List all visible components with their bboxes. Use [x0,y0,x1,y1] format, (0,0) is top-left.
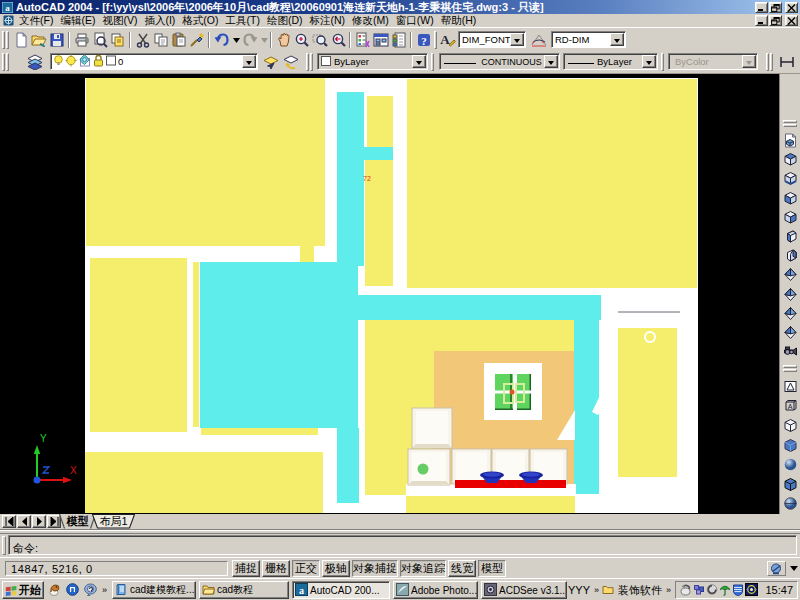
pan-button[interactable] [275,30,293,50]
status-线宽-toggle[interactable]: 线宽 [448,560,476,577]
tray-shield-icon[interactable] [732,583,744,598]
menu-9[interactable]: 修改(M) [350,14,391,27]
named-views-button[interactable] [781,131,800,150]
desk-toolbar-chevron[interactable]: » [594,585,598,595]
close-button[interactable] [785,2,798,13]
desk-toolbar-label[interactable]: YYY [568,584,590,596]
zoom-realtime-button[interactable] [293,30,311,50]
desk-toolbar-chevron[interactable]: » [666,585,670,595]
make-object-layer-current-button[interactable] [262,52,280,72]
top-view-button[interactable] [781,150,800,169]
undo-button[interactable] [213,30,231,50]
mdi-close-button[interactable] [785,15,798,26]
color-swatch[interactable] [106,54,116,69]
dropdown-arrow-icon[interactable] [610,33,624,46]
menu-2[interactable]: 编辑(E) [58,14,97,27]
dropdown-arrow-icon[interactable] [510,33,524,46]
dropdown-arrow-icon[interactable] [642,55,656,68]
tray-radar-icon[interactable] [745,583,758,598]
status-捕捉-toggle[interactable]: 捕捉 [232,560,260,577]
sun-icon[interactable] [65,54,77,69]
tray-kettle-icon[interactable] [680,583,692,598]
tab-layout1[interactable]: 布局1 [92,514,135,529]
taskbar-button-5[interactable]: ACDSee v3.1... [481,581,567,599]
taskbar-button-1[interactable]: cad建模教程... [112,581,196,599]
ne-iso-button[interactable] [781,304,800,323]
lock-icon[interactable] [92,54,105,69]
right-view-button[interactable] [781,208,800,227]
menu-7[interactable]: 绘图(D) [265,14,305,27]
start-button[interactable]: 开始 [2,581,44,599]
sw-iso-button[interactable] [781,265,800,284]
status-menu-arrow[interactable] [790,566,798,575]
left-view-button[interactable] [781,189,800,208]
camera-button[interactable] [781,342,800,361]
cut-button[interactable] [134,30,152,50]
partial-toolbar-icon[interactable] [778,52,796,72]
status-正交-toggle[interactable]: 正交 [292,560,320,577]
vp-sun-icon[interactable] [78,54,91,69]
mdi-minimize-button[interactable] [755,15,768,26]
hidden-button[interactable] [781,416,800,435]
front-view-button[interactable] [781,227,800,246]
properties-button[interactable] [354,30,372,50]
zoom-window-button[interactable] [311,30,329,50]
tab-nav-first-button[interactable] [2,515,16,528]
ql-globe-icon[interactable] [84,583,97,598]
menu-6[interactable]: 工具(T) [224,14,262,27]
status-栅格-toggle[interactable]: 栅格 [262,560,290,577]
tab-nav-prev-button[interactable] [17,515,31,528]
status-极轴-toggle[interactable]: 极轴 [322,560,350,577]
menu-1[interactable]: 文件(F) [17,14,55,27]
qnew-button[interactable] [12,30,30,50]
menu-11[interactable]: 帮助(H) [439,14,479,27]
help-button[interactable]: ? [415,30,433,50]
desk-toolbar-label[interactable]: 装饰软件 [618,583,662,598]
color-combo[interactable]: ByLayer [317,53,428,70]
copy-button[interactable] [152,30,170,50]
status-对象追踪-toggle[interactable]: 对象追踪 [400,560,446,577]
layer-manager-button[interactable] [26,52,44,72]
menu-5[interactable]: 格式(O) [180,14,220,27]
wireframe-3d-button[interactable]: A [781,397,800,416]
matchprops-button[interactable] [188,30,206,50]
flat-edges-button[interactable] [781,475,800,494]
menu-3[interactable]: 视图(V) [100,14,139,27]
menu-10[interactable]: 窗口(W) [394,14,436,27]
dropdown-arrow-icon[interactable] [242,55,256,68]
tab-model[interactable]: 模型 [59,514,96,529]
redo-button[interactable] [241,30,259,50]
ql-blue-icon[interactable] [66,583,79,598]
command-input[interactable]: 命令: [8,535,797,555]
zoom-previous-button[interactable] [329,30,347,50]
nw-iso-button[interactable] [781,323,800,342]
flat-shaded-button[interactable] [781,436,800,455]
dropdown-arrow-icon[interactable] [544,55,558,68]
publish-button[interactable] [109,30,127,50]
wireframe-2d-button[interactable] [781,377,800,396]
plot-button[interactable] [73,30,91,50]
open-button[interactable] [30,30,48,50]
se-iso-button[interactable] [781,285,800,304]
minimize-button[interactable] [755,2,768,13]
tray-umbrella-icon[interactable] [719,583,731,598]
restore-button[interactable] [769,2,782,13]
bulb-icon[interactable] [53,54,64,69]
taskbar-button-2[interactable]: cad教程 [199,581,289,599]
layer-previous-button[interactable] [282,52,300,72]
toolpalettes-button[interactable] [390,30,408,50]
status-对象捕捉-toggle[interactable]: 对象捕捉 [352,560,398,577]
dropdown-arrow-icon[interactable] [412,55,426,68]
redo-drop-button[interactable] [259,30,269,50]
gouraud-edges-button[interactable] [781,494,800,513]
lineweight-combo[interactable]: ByLayer [563,53,658,70]
mdi-restore-button[interactable] [769,15,782,26]
linetype-combo[interactable]: CONTINUOUS [439,53,560,70]
communication-center-button[interactable] [767,561,786,576]
taskbar-button-4[interactable]: Adobe Photo... [393,581,478,599]
menu-4[interactable]: 插入(I) [142,14,177,27]
gouraud-shaded-button[interactable] [781,455,800,474]
text-style-combo[interactable]: DIM_FONT [458,31,526,48]
menu-8[interactable]: 标注(N) [308,14,348,27]
command-grip[interactable] [2,536,6,555]
